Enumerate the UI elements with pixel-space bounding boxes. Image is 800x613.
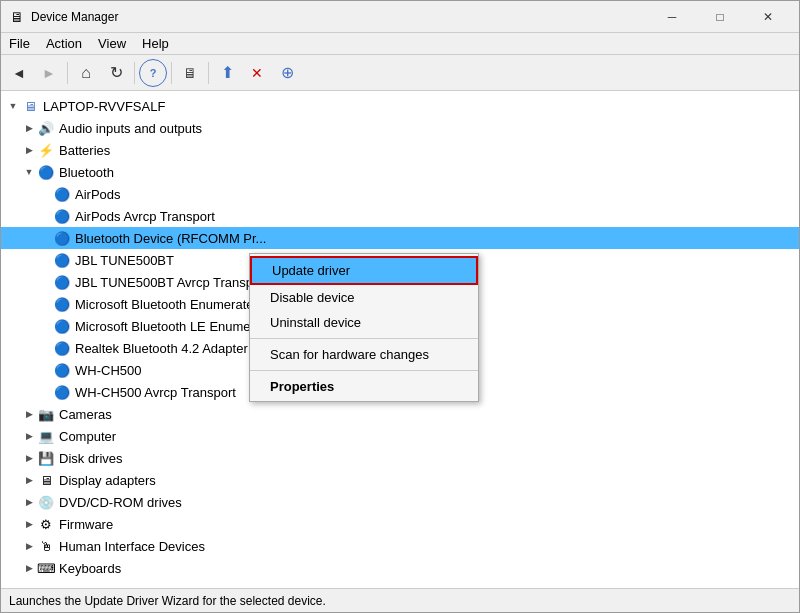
airpods-avrcp-icon: 🔵 [53,207,71,225]
dvd-label: DVD/CD-ROM drives [59,495,182,510]
bluetooth-device-node[interactable]: 🔵 Bluetooth Device (RFCOMM Pr... [1,227,799,249]
hid-label: Human Interface Devices [59,539,205,554]
window-icon: 🖥 [9,9,25,25]
expand-computer-icon: ▶ [21,428,37,444]
bt-device-label: Bluetooth Device (RFCOMM Pr... [75,231,266,246]
realtek-icon: 🔵 [53,339,71,357]
cameras-label: Cameras [59,407,112,422]
expand-keyboard-icon: ▶ [21,560,37,576]
menu-view[interactable]: View [90,34,134,53]
list-item[interactable]: ▶ 📷 Cameras [1,403,799,425]
home-button[interactable]: ⌂ [72,59,100,87]
disk-label: Disk drives [59,451,123,466]
context-menu-scan-hardware[interactable]: Scan for hardware changes [250,342,478,367]
ms-le-icon: 🔵 [53,317,71,335]
expand-dvd-icon: ▶ [21,494,37,510]
no-expand-icon [37,384,53,400]
close-button[interactable]: ✕ [745,1,791,33]
toolbar-separator-4 [208,62,209,84]
wh500-label: WH-CH500 [75,363,141,378]
cameras-icon: 📷 [37,405,55,423]
back-button[interactable]: ◄ [5,59,33,87]
uninstall-toolbar-button[interactable]: ✕ [243,59,271,87]
title-bar-controls: ─ □ ✕ [649,1,791,33]
menu-help[interactable]: Help [134,34,177,53]
bluetooth-node[interactable]: ▼ 🔵 Bluetooth [1,161,799,183]
forward-button[interactable]: ► [35,59,63,87]
context-menu-separator-1 [250,338,478,339]
no-expand-icon [37,340,53,356]
firmware-icon: ⚙ [37,515,55,533]
context-menu-uninstall-device[interactable]: Uninstall device [250,310,478,335]
context-menu-update-driver[interactable]: Update driver [250,256,478,285]
monitor-button[interactable]: 🖥 [176,59,204,87]
list-item[interactable]: ▶ ⚡ Batteries [1,139,799,161]
toolbar-separator-3 [171,62,172,84]
no-expand-icon [37,362,53,378]
computer-node-icon: 💻 [37,427,55,445]
menu-action[interactable]: Action [38,34,90,53]
no-expand-icon [37,186,53,202]
window-title: Device Manager [31,10,649,24]
expand-bluetooth-icon: ▼ [21,164,37,180]
toolbar: ◄ ► ⌂ ↻ ? 🖥 ⬆ ✕ ⊕ [1,55,799,91]
no-expand-icon [37,274,53,290]
airpods-avrcp-label: AirPods Avrcp Transport [75,209,215,224]
expand-cameras-icon: ▶ [21,406,37,422]
context-menu-properties[interactable]: Properties [250,374,478,399]
device-manager-window: 🖥 Device Manager ─ □ ✕ File Action View … [0,0,800,613]
scan-toolbar-button[interactable]: ⊕ [273,59,301,87]
keyboard-icon: ⌨ [37,559,55,577]
list-item[interactable]: ▶ 💾 Disk drives [1,447,799,469]
help-button[interactable]: ? [139,59,167,87]
menu-file[interactable]: File [1,34,38,53]
menu-bar: File Action View Help [1,33,799,55]
device-tree[interactable]: ▼ 🖥 LAPTOP-RVVFSALF ▶ 🔊 Audio inputs and… [1,91,799,588]
wh500-avrcp-icon: 🔵 [53,383,71,401]
list-item[interactable]: ▶ ⌨ Keyboards [1,557,799,579]
no-expand-icon [37,230,53,246]
expand-firmware-icon: ▶ [21,516,37,532]
ms-enum-icon: 🔵 [53,295,71,313]
status-text: Launches the Update Driver Wizard for th… [9,594,326,608]
dvd-icon: 💿 [37,493,55,511]
refresh-button[interactable]: ↻ [102,59,130,87]
list-item[interactable]: ▶ ⚙ Firmware [1,513,799,535]
no-expand-icon [37,296,53,312]
list-item[interactable]: ▶ 🖱 Human Interface Devices [1,535,799,557]
title-bar: 🖥 Device Manager ─ □ ✕ [1,1,799,33]
list-item[interactable]: ▶ 💻 Computer [1,425,799,447]
jbl-icon: 🔵 [53,251,71,269]
list-item[interactable]: ▶ 🖥 Display adapters [1,469,799,491]
list-item[interactable]: ▶ 💿 DVD/CD-ROM drives [1,491,799,513]
status-bar: Launches the Update Driver Wizard for th… [1,588,799,612]
context-menu-disable-device[interactable]: Disable device [250,285,478,310]
tree-root[interactable]: ▼ 🖥 LAPTOP-RVVFSALF [1,95,799,117]
batteries-icon: ⚡ [37,141,55,159]
jbl-avrcp-icon: 🔵 [53,273,71,291]
no-expand-icon [37,318,53,334]
maximize-button[interactable]: □ [697,1,743,33]
list-item[interactable]: 🔵 AirPods [1,183,799,205]
main-content: ▼ 🖥 LAPTOP-RVVFSALF ▶ 🔊 Audio inputs and… [1,91,799,588]
bt-device-icon: 🔵 [53,229,71,247]
wh500-icon: 🔵 [53,361,71,379]
expand-audio-icon: ▶ [21,120,37,136]
expand-batteries-icon: ▶ [21,142,37,158]
realtek-label: Realtek Bluetooth 4.2 Adapter [75,341,248,356]
minimize-button[interactable]: ─ [649,1,695,33]
list-item[interactable]: ▶ 🔊 Audio inputs and outputs [1,117,799,139]
airpods-icon: 🔵 [53,185,71,203]
ms-le-label: Microsoft Bluetooth LE Enumer... [75,319,265,334]
list-item[interactable]: 🔵 AirPods Avrcp Transport [1,205,799,227]
keyboard-label: Keyboards [59,561,121,576]
ms-enum-label: Microsoft Bluetooth Enumerate... [75,297,264,312]
audio-label: Audio inputs and outputs [59,121,202,136]
update-driver-toolbar-button[interactable]: ⬆ [213,59,241,87]
wh500-avrcp-label: WH-CH500 Avrcp Transport [75,385,236,400]
context-menu-separator-2 [250,370,478,371]
jbl-avrcp-label: JBL TUNE500BT Avrcp Transport [75,275,268,290]
toolbar-separator-2 [134,62,135,84]
firmware-label: Firmware [59,517,113,532]
toolbar-separator-1 [67,62,68,84]
